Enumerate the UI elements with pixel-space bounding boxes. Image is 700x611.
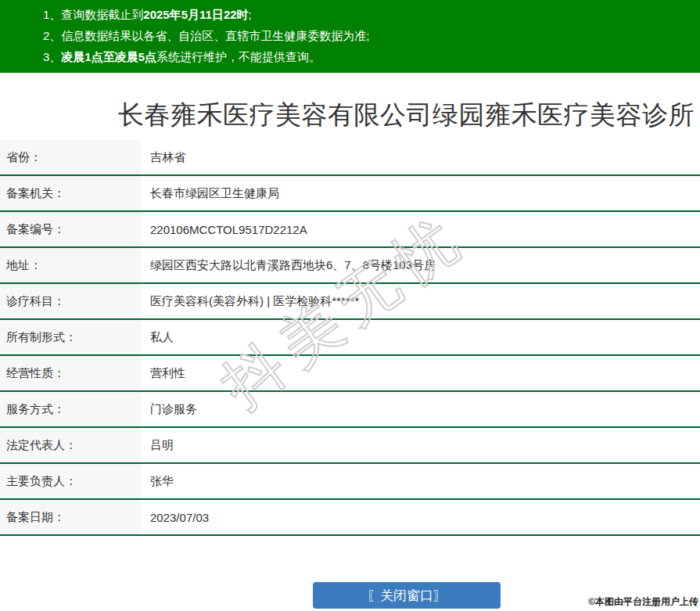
notice-bar: 1、查询数据截止到2025年5月11日22时; 2、信息数据结果以各省、自治区、… (0, 0, 700, 73)
row-label: 经营性质： (0, 356, 141, 390)
row-label: 地址： (0, 248, 141, 282)
row-value: 吉林省 (141, 140, 700, 174)
row-value: 张华 (141, 464, 700, 498)
notice-line-1: 1、查询数据截止到2025年5月11日22时; (43, 4, 692, 25)
row-value: 吕明 (141, 428, 700, 462)
notice-text: 信息数据结果以各省、自治区、直辖市卫生健康委数据为准; (61, 29, 369, 42)
notice-line-2: 2、信息数据结果以各省、自治区、直辖市卫生健康委数据为准; (43, 25, 692, 46)
table-row: 经营性质： 营利性 (0, 356, 700, 392)
row-label: 所有制形式： (0, 320, 141, 354)
row-label: 省份： (0, 140, 141, 174)
row-value: 绿园区西安大路以北青溪路西地块6、7、8号楼103号房 (141, 248, 700, 282)
table-row: 地址： 绿园区西安大路以北青溪路西地块6、7、8号楼103号房 (0, 248, 700, 284)
row-value: 长春市绿园区卫生健康局 (141, 176, 700, 210)
row-value: 私人 (141, 320, 700, 354)
row-label: 主要负责人： (0, 464, 141, 498)
table-row: 服务方式： 门诊服务 (0, 392, 700, 428)
notice-line-3: 3、凌晨1点至凌晨5点系统进行维护，不能提供查询。 (43, 46, 692, 67)
row-label: 备案编号： (0, 212, 141, 246)
notice-text: 查询数据截止到 (61, 8, 143, 21)
row-label: 诊疗科目： (0, 284, 141, 318)
notice-line-number: 3、 (43, 50, 61, 63)
row-value: 营利性 (141, 356, 700, 390)
row-value: 2023/07/03 (141, 500, 700, 534)
row-label: 备案日期： (0, 500, 141, 534)
table-row: 诊疗科目： 医疗美容科(美容外科) | 医学检验科****** (0, 284, 700, 320)
row-label: 备案机关： (0, 176, 141, 210)
row-value: 门诊服务 (141, 392, 700, 426)
row-value: 医疗美容科(美容外科) | 医学检验科****** (141, 284, 700, 318)
close-window-button[interactable]: 〖关闭窗口〗 (313, 582, 501, 609)
table-row: 备案机关： 长春市绿园区卫生健康局 (0, 176, 700, 212)
notice-text-bold: 凌晨1点至凌晨5点 (61, 50, 156, 63)
row-value: 220106MCCTOL9517D2212A (141, 212, 700, 246)
notice-text: 系统进行维护，不能提供查询。 (156, 50, 321, 63)
upload-credit-text: ©本图由平台注册用户上传 (588, 595, 698, 609)
notice-line-number: 2、 (43, 29, 61, 42)
table-row: 法定代表人： 吕明 (0, 428, 700, 464)
table-row: 备案编号： 220106MCCTOL9517D2212A (0, 212, 700, 248)
page-title: 长春雍禾医疗美容有限公司绿园雍禾医疗美容诊所 (118, 99, 695, 131)
row-label: 服务方式： (0, 392, 141, 426)
notice-text-bold: 2025年5月11日22时 (143, 8, 248, 21)
table-row: 所有制形式： 私人 (0, 320, 700, 356)
row-label: 法定代表人： (0, 428, 141, 462)
record-detail-table: 省份： 吉林省 备案机关： 长春市绿园区卫生健康局 备案编号： 220106MC… (0, 140, 700, 536)
table-row: 备案日期： 2023/07/03 (0, 500, 700, 536)
notice-line-number: 1、 (43, 8, 61, 21)
table-row: 省份： 吉林省 (0, 140, 700, 176)
notice-text: ; (249, 8, 252, 21)
table-row: 主要负责人： 张华 (0, 464, 700, 500)
